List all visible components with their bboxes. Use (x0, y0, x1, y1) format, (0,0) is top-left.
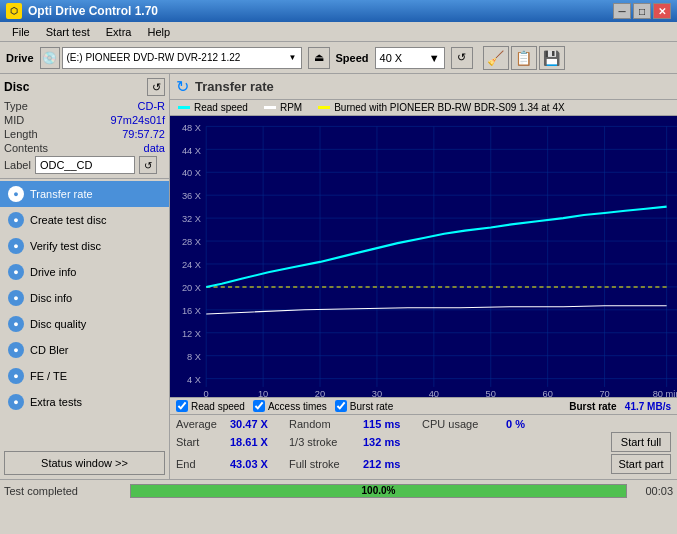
nav-icon-drive-info: ● (8, 264, 24, 280)
random-label: Random (289, 418, 359, 430)
drive-combo[interactable]: (E:) PIONEER DVD-RW DVR-212 1.22 ▼ (62, 47, 302, 69)
legend-label-read-speed: Read speed (194, 102, 248, 113)
start-val: 18.61 X (230, 436, 285, 448)
chart-container: 48 X 44 X 40 X 36 X 32 X 28 X 24 X 20 X … (170, 116, 677, 397)
svg-text:36 X: 36 X (182, 191, 202, 201)
checkbox-access-times[interactable] (253, 400, 265, 412)
progress-text: 100.0% (131, 485, 626, 497)
speed-combo[interactable]: 40 X ▼ (375, 47, 445, 69)
nav-item-create-test-disc[interactable]: ● Create test disc (0, 207, 169, 233)
start-full-button[interactable]: Start full (611, 432, 671, 452)
nav-icon-extra-tests: ● (8, 394, 24, 410)
svg-text:80 min: 80 min (653, 389, 677, 397)
disc-type-val: CD-R (138, 100, 166, 112)
menu-start-test[interactable]: Start test (38, 24, 98, 40)
speed-label: Speed (336, 52, 369, 64)
nav-icon-create-test-disc: ● (8, 212, 24, 228)
legend-dot-read-speed (178, 106, 190, 109)
checkbox-access-times-label: Access times (268, 401, 327, 412)
checkbox-read-speed[interactable] (176, 400, 188, 412)
disc-contents-val: data (144, 142, 165, 154)
disc-panel: Disc ↺ Type CD-R MID 97m24s01f Length 79… (0, 74, 169, 179)
status-bar: Test completed 100.0% 00:03 (0, 479, 677, 501)
action-btn-3[interactable]: 💾 (539, 46, 565, 70)
transfer-rate-icon: ↻ (176, 77, 189, 96)
svg-text:48 X: 48 X (182, 123, 202, 133)
nav-icon-disc-info: ● (8, 290, 24, 306)
stats-area: Average 30.47 X Random 115 ms CPU usage … (170, 414, 677, 479)
menu-help[interactable]: Help (139, 24, 178, 40)
nav-item-fe-te[interactable]: ● FE / TE (0, 363, 169, 389)
disc-mid-val: 97m24s01f (111, 114, 165, 126)
svg-text:70: 70 (599, 389, 609, 397)
disc-refresh-button[interactable]: ↺ (147, 78, 165, 96)
nav-item-disc-quality[interactable]: ● Disc quality (0, 311, 169, 337)
svg-text:20 X: 20 X (182, 283, 202, 293)
panel-title: Transfer rate (195, 79, 274, 94)
svg-text:4 X: 4 X (187, 375, 202, 385)
svg-text:60: 60 (542, 389, 552, 397)
drive-combo-arrow: ▼ (289, 53, 297, 62)
menu-file[interactable]: File (4, 24, 38, 40)
nav-item-transfer-rate[interactable]: ● Transfer rate (0, 181, 169, 207)
status-window-button[interactable]: Status window >> (4, 451, 165, 475)
stroke1-val: 132 ms (363, 436, 418, 448)
svg-text:32 X: 32 X (182, 214, 202, 224)
nav-item-extra-tests[interactable]: ● Extra tests (0, 389, 169, 415)
disc-title: Disc (4, 80, 29, 94)
refresh-speed-button[interactable]: ↺ (451, 47, 473, 69)
panel-header: ↻ Transfer rate (170, 74, 677, 100)
action-btn-1[interactable]: 🧹 (483, 46, 509, 70)
nav-icon-verify-test-disc: ● (8, 238, 24, 254)
legend-label-rpm: RPM (280, 102, 302, 113)
speed-combo-arrow: ▼ (429, 52, 440, 64)
menu-bar: File Start test Extra Help (0, 22, 677, 42)
nav-item-cd-bler[interactable]: ● CD Bler (0, 337, 169, 363)
chart-bottom: Read speed Access times Burst rate Burst… (170, 397, 677, 414)
nav-icon-cd-bler: ● (8, 342, 24, 358)
menu-extra[interactable]: Extra (98, 24, 140, 40)
cpu-label: CPU usage (422, 418, 502, 430)
end-val: 43.03 X (230, 458, 285, 470)
legend-dot-rpm (264, 106, 276, 109)
nav-label-transfer-rate: Transfer rate (30, 188, 93, 200)
burst-rate-val: 41.7 MB/s (625, 401, 671, 412)
random-val: 115 ms (363, 418, 418, 430)
legend-dot-burned (318, 106, 330, 109)
nav-icon-fe-te: ● (8, 368, 24, 384)
chart-svg: 48 X 44 X 40 X 36 X 32 X 28 X 24 X 20 X … (170, 116, 677, 397)
disc-label-refresh-button[interactable]: ↺ (139, 156, 157, 174)
start-part-button[interactable]: Start part (611, 454, 671, 474)
status-text: Test completed (4, 485, 124, 497)
svg-text:10: 10 (258, 389, 268, 397)
content-area: Disc ↺ Type CD-R MID 97m24s01f Length 79… (0, 74, 677, 479)
start-label: Start (176, 436, 226, 448)
nav-label-disc-quality: Disc quality (30, 318, 86, 330)
action-btn-2[interactable]: 📋 (511, 46, 537, 70)
drive-disc-icon: 💿 (40, 47, 60, 69)
nav-label-drive-info: Drive info (30, 266, 76, 278)
sidebar: Disc ↺ Type CD-R MID 97m24s01f Length 79… (0, 74, 170, 479)
close-button[interactable]: ✕ (653, 3, 671, 19)
checkbox-burst-rate[interactable] (335, 400, 347, 412)
svg-text:20: 20 (315, 389, 325, 397)
title-bar: ⬡ Opti Drive Control 1.70 ─ □ ✕ (0, 0, 677, 22)
status-time: 00:03 (633, 485, 673, 497)
eject-button[interactable]: ⏏ (308, 47, 330, 69)
stroke2-label: Full stroke (289, 458, 359, 470)
nav-item-disc-info[interactable]: ● Disc info (0, 285, 169, 311)
minimize-button[interactable]: ─ (613, 3, 631, 19)
nav-label-extra-tests: Extra tests (30, 396, 82, 408)
chart-legend: Read speed RPM Burned with PIONEER BD-RW… (170, 100, 677, 116)
disc-type-label: Type (4, 100, 28, 112)
svg-text:28 X: 28 X (182, 237, 202, 247)
nav-item-verify-test-disc[interactable]: ● Verify test disc (0, 233, 169, 259)
disc-label-input[interactable] (35, 156, 135, 174)
nav-label-verify-test-disc: Verify test disc (30, 240, 101, 252)
drive-bar: Drive 💿 (E:) PIONEER DVD-RW DVR-212 1.22… (0, 42, 677, 74)
nav-item-drive-info[interactable]: ● Drive info (0, 259, 169, 285)
stroke1-label: 1/3 stroke (289, 436, 359, 448)
nav-icon-disc-quality: ● (8, 316, 24, 332)
maximize-button[interactable]: □ (633, 3, 651, 19)
disc-label-label: Label (4, 159, 31, 171)
